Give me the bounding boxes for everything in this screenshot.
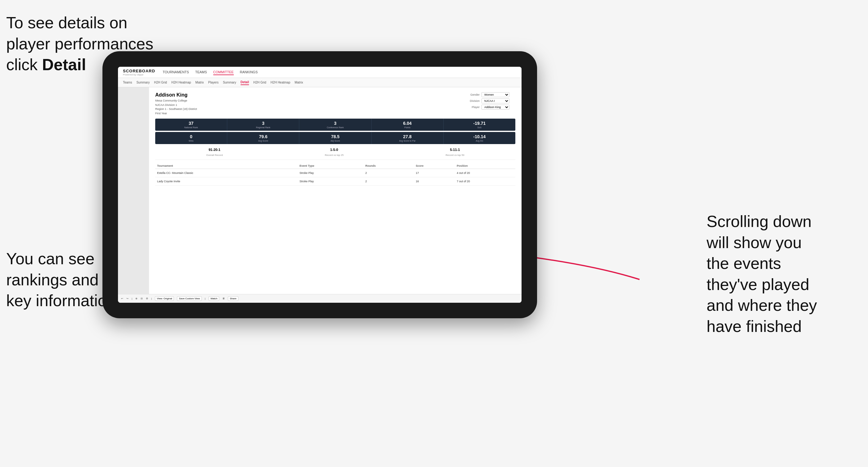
- table-row: Lady Coyote Invite Stroke Play 2 16 7 ou…: [155, 177, 515, 186]
- nav-bar: SCOREBOARD Powered by clippd TOURNAMENTS…: [118, 67, 522, 78]
- nav-rankings[interactable]: RANKINGS: [240, 69, 258, 75]
- player-year: First Year: [155, 112, 197, 116]
- stat-avg-score-par: 27.8 Avg Score to Par: [372, 132, 444, 144]
- logo-tagline: Powered by clippd: [123, 73, 155, 76]
- record-top50: 5-11-1 Record vs top 50: [445, 148, 464, 157]
- stats-row-1: 37 National Rank 3 Regional Rank 3 Confe…: [155, 119, 515, 131]
- stat-regional-rank: 3 Regional Rank: [227, 119, 299, 131]
- save-custom-button[interactable]: Save Custom View: [177, 296, 202, 301]
- col-position: Position: [455, 163, 515, 169]
- record-top25: 1-5-0 Record vs top 25: [325, 148, 343, 157]
- player-select[interactable]: Addison King: [482, 105, 509, 110]
- subnav-h2h-grid[interactable]: H2H Grid: [154, 80, 167, 85]
- col-score: Score: [414, 163, 455, 169]
- position-1: 4 out of 20: [455, 169, 515, 177]
- filter-division: Division NJCAA I: [466, 98, 515, 103]
- event-type-2: Stroke Play: [298, 177, 364, 186]
- stat-national-rank: 37 National Rank: [155, 119, 227, 131]
- nav-committee[interactable]: COMMITTEE: [213, 69, 234, 75]
- player-info: Addison King Mesa Community College NJCA…: [155, 92, 197, 116]
- rounds-1: 2: [364, 169, 414, 177]
- logo-text: SCOREBOARD: [123, 69, 155, 73]
- subnav-summary2[interactable]: Summary: [223, 80, 236, 85]
- records-row: 91-20-1 Overall Record 1-5-0 Record vs t…: [155, 145, 515, 160]
- detail-panel: Addison King Mesa Community College NJCA…: [149, 87, 522, 294]
- subnav-h2h-heatmap2[interactable]: H2H Heatmap: [271, 80, 290, 85]
- gender-label: Gender: [466, 93, 479, 96]
- tablet-frame: SCOREBOARD Powered by clippd TOURNAMENTS…: [102, 51, 537, 318]
- annotation-bottom-left: You can see rankings and key information: [6, 248, 116, 311]
- filter-gender: Gender Women: [466, 92, 515, 97]
- subnav-h2h-grid2[interactable]: H2H Grid: [253, 80, 266, 85]
- gender-select[interactable]: Women: [482, 92, 509, 97]
- event-type-1: Stroke Play: [298, 169, 364, 177]
- player-label: Player: [466, 105, 479, 109]
- tournament-name-1: Estella CC- Mountain Classic: [155, 169, 298, 177]
- player-region: Region 1 - Southwest (18) District: [155, 107, 197, 112]
- subnav-detail[interactable]: Detail: [241, 80, 249, 85]
- toolbar-sep2: |: [151, 297, 152, 300]
- view-original-button[interactable]: View: Original: [155, 296, 174, 301]
- subnav-players[interactable]: Players: [208, 80, 219, 85]
- annotation-bottom-right: Scrolling down will show you the events …: [707, 211, 862, 337]
- stat-avg-sg: -10.14 Avg SG: [444, 132, 515, 144]
- bottom-toolbar: ↩ ↪ | ⊕ ⊟ ⚙ | View: Original Save Custom…: [118, 294, 522, 303]
- record-overall: 91-20-1 Overall Record: [206, 148, 223, 157]
- subnav-matrix[interactable]: Matrix: [195, 80, 204, 85]
- monitor-icon[interactable]: 🖥: [222, 297, 225, 300]
- col-tournament: Tournament: [155, 163, 298, 169]
- tournament-name-2: Lady Coyote Invite: [155, 177, 298, 186]
- division-label: Division: [466, 99, 479, 102]
- stat-points: 6.04 Points: [372, 119, 444, 131]
- zoom-icon[interactable]: ⊕: [135, 297, 137, 300]
- stat-avg-score: 79.6 Avg Score: [227, 132, 299, 144]
- player-name: Addison King: [155, 92, 197, 98]
- nav-tournaments[interactable]: TOURNAMENTS: [163, 69, 189, 75]
- subnav-summary[interactable]: Summary: [136, 80, 150, 85]
- settings-icon[interactable]: ⚙: [146, 297, 148, 300]
- main-content: Addison King Mesa Community College NJCA…: [118, 87, 522, 294]
- tablet-screen: SCOREBOARD Powered by clippd TOURNAMENTS…: [118, 67, 522, 303]
- watch-button[interactable]: Watch: [209, 296, 219, 301]
- col-rounds: Rounds: [364, 163, 414, 169]
- undo-icon[interactable]: ↩: [121, 297, 123, 300]
- stat-wins: 0 Wins: [155, 132, 227, 144]
- nav-teams[interactable]: TEAMS: [195, 69, 207, 75]
- redo-icon[interactable]: ↪: [126, 297, 128, 300]
- player-header: Addison King Mesa Community College NJCA…: [155, 92, 515, 116]
- stat-conference-rank: 3 Conference Rank: [299, 119, 371, 131]
- rounds-2: 2: [364, 177, 414, 186]
- scoreboard-logo: SCOREBOARD Powered by clippd: [123, 69, 155, 76]
- tournament-table: Tournament Event Type Rounds Score Posit…: [155, 163, 515, 186]
- nav-items: TOURNAMENTS TEAMS COMMITTEE RANKINGS: [163, 69, 258, 75]
- player-division: NJCAA Division 1: [155, 103, 197, 107]
- stats-row-2: 0 Wins 79.6 Avg Score 78.5 Adj Score 27.…: [155, 132, 515, 144]
- sidebar: [118, 87, 149, 294]
- filter-player: Player Addison King: [466, 105, 515, 110]
- subnav-matrix2[interactable]: Matrix: [294, 80, 303, 85]
- score-2: 16: [414, 177, 455, 186]
- fit-icon[interactable]: ⊟: [141, 297, 143, 300]
- col-event-type: Event Type: [298, 163, 364, 169]
- share-button[interactable]: Share: [228, 296, 238, 301]
- stat-sos: -19.71 SoS: [444, 119, 515, 131]
- sub-nav: Teams Summary H2H Grid H2H Heatmap Matri…: [118, 78, 522, 87]
- division-select[interactable]: NJCAA I: [482, 98, 509, 103]
- player-filters: Gender Women Division NJCAA I: [466, 92, 515, 116]
- score-1: 17: [414, 169, 455, 177]
- stat-adj-score: 78.5 Adj Score: [299, 132, 371, 144]
- table-row: Estella CC- Mountain Classic Stroke Play…: [155, 169, 515, 177]
- subnav-h2h-heatmap[interactable]: H2H Heatmap: [172, 80, 191, 85]
- toolbar-sep: |: [132, 297, 132, 300]
- player-school: Mesa Community College: [155, 99, 197, 103]
- subnav-teams[interactable]: Teams: [123, 80, 132, 85]
- position-2: 7 out of 20: [455, 177, 515, 186]
- toolbar-sep3: |: [205, 297, 206, 300]
